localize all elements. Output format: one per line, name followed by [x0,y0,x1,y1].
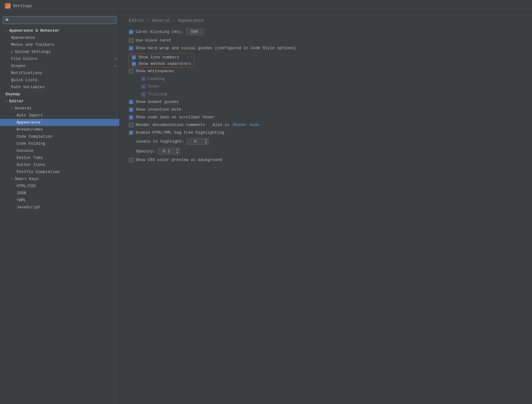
use-block-caret-row: Use block caret [129,38,523,43]
inner-label: Inner [148,84,160,89]
caret-blinking-checkbox[interactable] [129,30,133,34]
show-code-lens-checkbox[interactable] [129,115,133,120]
opacity-decrement-button[interactable]: ▼ [175,151,180,154]
show-intention-bulb-checkbox[interactable] [129,108,133,112]
sidebar-item-label: Path Variables [11,85,45,89]
show-css-color-row: Show CSS color preview as background [129,158,523,162]
chevron-down-icon: ▾ [6,100,7,103]
render-documentation-row: Render documentation comments Also in Re… [129,123,523,127]
sidebar-item-yaml[interactable]: YAML [0,197,119,204]
sidebar-item-label: Appearance & Behavior [9,28,60,33]
show-whitespaces-checkbox[interactable] [129,69,133,73]
show-hard-wrap-checkbox[interactable] [129,46,133,50]
sidebar-item-scopes[interactable]: Scopes ≡ [0,62,119,69]
enable-html-xml-checkbox[interactable] [129,131,133,135]
enable-html-xml-row: Enable HTML/XML tag tree highlighting [129,130,523,135]
sidebar-item-menus-toolbars[interactable]: Menus and Toolbars [0,41,119,48]
levels-spinner-buttons[interactable]: ▲ ▼ [204,138,209,145]
window-title: Settings [13,4,32,8]
show-indent-guides-checkbox[interactable] [129,100,133,104]
also-in-label: Also in [212,123,229,127]
reader-mode-link[interactable]: Reader mode [233,123,259,127]
sidebar-item-label: Appearance [11,35,35,40]
sidebar-item-label: Appearance [17,120,41,125]
sidebar-item-code-completion[interactable]: Code Completion [0,133,119,140]
render-documentation-label: Render documentation comments [136,123,205,127]
sidebar-item-label: Editor [9,99,24,104]
chevron-down-icon: ▾ [11,107,13,110]
levels-to-highlight-input[interactable] [187,138,204,145]
sidebar-item-label: JavaScript [17,205,41,210]
app-icon [5,3,10,9]
show-code-lens-label: Show code lens on scrollbar hover [136,115,215,120]
sidebar-item-json[interactable]: JSON [0,190,119,197]
sidebar-item-appearance-editor[interactable]: Appearance [0,119,119,126]
show-method-separators-checkbox[interactable] [132,62,136,66]
sidebar-item-javascript[interactable]: JavaScript [0,204,119,211]
show-method-separators-row: Show method separators [132,61,191,66]
levels-to-highlight-spinner[interactable]: ▲ ▼ [187,138,209,145]
leading-checkbox[interactable] [141,77,146,81]
sidebar-item-gutter-icons[interactable]: Gutter Icons [0,161,119,168]
breadcrumb: Editor › General › Appearance [129,18,523,23]
chevron-down-icon: ▾ [6,29,7,33]
sidebar-item-label: System Settings [15,49,51,54]
sidebar-item-smart-keys[interactable]: ▾ Smart Keys [0,175,119,182]
opacity-row: Opacity: ▲ ▼ [129,148,523,155]
sidebar-item-console[interactable]: Console [0,147,119,154]
sidebar-item-file-colors[interactable]: File Colors ≡ [0,55,119,62]
opacity-spinner-buttons[interactable]: ▲ ▼ [175,148,180,155]
show-method-separators-label: Show method separators [138,61,191,66]
sidebar-item-label: Breadcrumbs [17,127,43,132]
sidebar-item-label: Smart Keys [15,177,39,181]
sidebar-item-notifications[interactable]: Notifications [0,69,119,76]
sidebar-item-appearance-behavior[interactable]: ▾ Appearance & Behavior [0,27,119,34]
opacity-increment-button[interactable]: ▲ [175,148,180,151]
show-hard-wrap-label: Show hard wrap and visual guides (config… [136,46,296,50]
levels-to-highlight-row: Levels to highlight: ▲ ▼ [129,138,523,145]
levels-decrement-button[interactable]: ▼ [204,141,208,144]
sidebar-item-label: HTML/CSS [17,184,36,188]
title-bar: Settings [0,0,532,12]
inner-checkbox[interactable] [141,84,146,89]
sidebar-item-auto-import[interactable]: Auto Import [0,112,119,119]
opacity-input[interactable] [158,148,175,155]
chevron-down-icon: ▾ [11,177,13,181]
search-box[interactable]: 🔍 [3,16,116,24]
caret-blinking-label: Caret blinking (ms): [136,29,184,34]
sidebar-item-label: Notifications [11,71,42,75]
levels-increment-button[interactable]: ▲ [204,138,208,141]
use-block-caret-checkbox[interactable] [129,38,133,43]
sidebar-item-postfix-completion[interactable]: Postfix Completion [0,168,119,175]
leading-label: Leading [148,76,165,81]
sidebar-item-appearance[interactable]: Appearance [0,34,119,41]
trailing-row: Trailing [129,92,523,96]
sidebar-item-html-css[interactable]: HTML/CSS [0,182,119,190]
sidebar-item-label: General [15,106,32,111]
sidebar-item-breadcrumbs[interactable]: Breadcrumbs [0,126,119,133]
enable-html-xml-label: Enable HTML/XML tag tree highlighting [136,130,224,135]
sidebar-item-path-variables[interactable]: Path Variables [0,84,119,91]
opacity-spinner[interactable]: ▲ ▼ [158,148,180,155]
sidebar-item-editor[interactable]: ▾ Editor [0,98,119,105]
trailing-checkbox[interactable] [141,92,146,96]
sidebar-item-label: Menus and Toolbars [11,42,54,47]
sidebar-item-label: Console [17,148,33,153]
caret-blinking-input[interactable] [186,29,203,35]
sidebar-item-quick-lists[interactable]: Quick Lists [0,76,119,84]
sidebar-item-editor-tabs[interactable]: Editor Tabs [0,154,119,161]
show-whitespaces-label: Show whitespaces [136,69,174,73]
show-css-color-checkbox[interactable] [129,158,133,162]
inner-row: Inner [129,84,523,89]
sidebar-item-label: Postfix Completion [17,170,60,174]
show-css-color-label: Show CSS color preview as background [136,158,222,162]
sidebar-item-general[interactable]: ▾ General [0,105,119,112]
show-line-numbers-checkbox[interactable] [132,55,136,60]
search-icon: 🔍 [5,18,10,22]
render-documentation-checkbox[interactable] [129,123,133,127]
search-input[interactable] [3,16,116,24]
sidebar-item-system-settings[interactable]: ▶ System Settings [0,48,119,55]
sidebar-item-keymap[interactable]: Keymap [0,91,119,98]
sidebar-item-label: Gutter Icons [17,163,45,167]
sidebar-item-code-folding[interactable]: Code Folding [0,140,119,147]
